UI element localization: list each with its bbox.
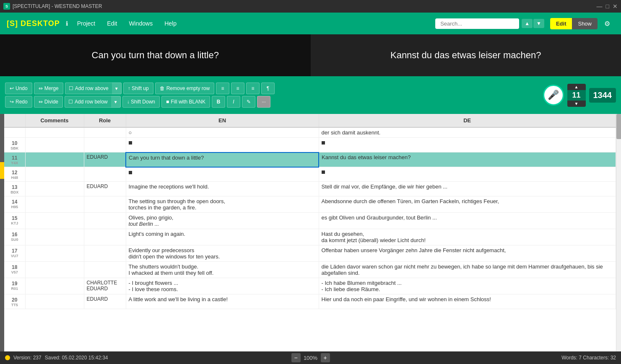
row-num-val: 11 [12,155,17,161]
scrollbar-thumb[interactable] [616,114,621,139]
en-cell[interactable]: Can you turn that down a little? [126,152,319,167]
role-cell [84,262,126,278]
microphone-button[interactable]: 🎤 [543,85,564,106]
comments-cell [25,152,84,167]
table-row: 17VU7Evidently our predecessors didn't o… [4,245,616,262]
table-row: 11Y4XEDUARDCan you turn that down a litt… [4,152,616,167]
en-cell[interactable]: ○ [126,127,319,138]
paragraph-button[interactable]: ¶ [261,83,275,94]
search-input[interactable] [435,18,519,29]
comments-cell [25,229,84,245]
maximize-button[interactable]: □ [606,3,609,10]
col-role-header: Role [84,114,126,127]
role-cell [84,127,126,138]
shift-up-button[interactable]: ↑ Shift up [123,83,153,94]
table-row: 20TT5EDUARDA little work and we'll be li… [4,294,616,309]
en-cell[interactable]: Olives, pino grigio,tout Berlin ... [126,213,319,229]
remove-empty-row-button[interactable]: 🗑 Remove empty row [155,83,214,94]
undo-button[interactable]: ↩ Undo [5,83,32,94]
col-num-header [4,114,25,127]
left-gutter [0,114,4,351]
add-row-above-button[interactable]: ☐ Add row above [65,83,112,94]
en-cell[interactable]: The setting sun through the open doors, … [126,196,319,213]
row-code: BDX [7,190,23,194]
counter-down-button[interactable]: ▼ [567,101,586,107]
nav-help[interactable]: Help [159,18,182,29]
edit-button[interactable]: Edit [550,18,572,29]
add-row-below-dropdown[interactable]: ▼ [111,96,121,108]
en-cell[interactable]: Imagine the receptions we'll hold. [126,182,319,196]
de-cell: die Läden davor waren schon gar nicht me… [319,262,616,278]
en-cell[interactable]: - I brought flowers ... - I love these r… [126,278,319,294]
en-cell[interactable]: The shutters wouldn't budge. I whacked a… [126,262,319,278]
title-controls: — □ ✕ [597,3,618,10]
settings-button[interactable]: ⚙ [600,17,614,30]
align-center-button[interactable]: ≡ [231,83,244,94]
divide-button[interactable]: ⇔ Divide [34,96,63,108]
nav-project[interactable]: Project [72,18,101,29]
role-cell [84,229,126,245]
nav-windows[interactable]: Windows [124,18,158,29]
col-de-header: DE [319,114,616,127]
comments-cell [25,213,84,229]
edit-text-button[interactable]: ✎ [242,96,255,108]
comments-cell [25,245,84,262]
color-button[interactable]: ··· [257,96,270,108]
row-num-val: 13 [12,184,17,190]
de-cell: Stell dir mal vor, die Empfänge, die wir… [319,182,616,196]
italic-button[interactable]: I [227,96,240,108]
en-cell[interactable]: Light's coming in again. [126,229,319,245]
comments-cell [25,294,84,309]
add-row-above-split: ☐ Add row above ▼ [65,83,122,94]
info-button[interactable]: ℹ [63,19,70,28]
row-number: 19R01 [4,278,25,294]
table-row: 14H95The setting sun through the open do… [4,196,616,213]
redo-button[interactable]: ↪ Redo [5,96,32,108]
nav-edit[interactable]: Edit [102,18,122,29]
en-cell[interactable] [126,138,319,152]
en-cell[interactable]: Evidently our predecessors didn't open t… [126,245,319,262]
search-next-button[interactable]: ▼ [533,19,544,28]
add-row-below-button[interactable]: ☐ Add row below [65,96,111,108]
de-cell: der sich damit auskennt. [319,127,616,138]
square-icon [129,141,132,145]
en-cell[interactable] [126,167,319,182]
show-button[interactable]: Show [572,18,598,29]
table-wrapper[interactable]: Comments Role EN DE ○der sich damit ausk… [4,114,616,351]
de-cell: - Ich habe Blumen mitgebracht ... - Ich … [319,278,616,294]
row-code: SU0 [7,238,23,242]
search-area: ▲ ▼ Edit Show ⚙ [435,17,614,30]
search-prev-button[interactable]: ▲ [522,19,533,28]
add-row-above-dropdown[interactable]: ▼ [112,83,122,94]
toolbar-row-2: ↪ Redo ⇔ Divide ☐ Add row below ▼ ↓ Shif… [5,96,275,108]
preview-de: Kannst du das etwas leiser machen? [311,34,621,76]
align-right-button[interactable]: ≡ [246,83,260,94]
table-row: 18V57The shutters wouldn't budge. I whac… [4,262,616,278]
merge-button[interactable]: ⇔ Merge [34,83,63,94]
table-area: Comments Role EN DE ○der sich damit ausk… [0,114,621,351]
zoom-out-button[interactable]: − [291,353,301,362]
scrollbar[interactable] [616,114,621,351]
align-left-button[interactable]: ≡ [216,83,229,94]
de-cell [319,167,616,182]
zoom-in-button[interactable]: + [321,353,330,362]
table-row: 16SU0Light's coming in again.Hast du ges… [4,229,616,245]
square-icon [129,171,132,174]
fill-with-blank-button[interactable]: ■ Fill with BLANK [161,96,210,108]
en-cell[interactable]: A little work and we'll be living in a c… [126,294,319,309]
minimize-button[interactable]: — [597,3,603,10]
row-num-val: 18 [12,264,17,270]
comments-cell [25,138,84,152]
comments-cell [25,262,84,278]
row-num-val: 15 [12,215,17,221]
counter-up-button[interactable]: ▲ [567,84,586,90]
preview-en-text: Can you turn that down a little? [92,50,219,61]
bold-button[interactable]: B [212,96,225,108]
row-num-val: 19 [12,281,17,287]
en-text: Olives, pino grigio, [129,214,174,221]
close-button[interactable]: ✕ [613,3,618,10]
shift-down-button[interactable]: ↓ Shift Down [122,96,160,108]
row-number: 20TT5 [4,294,25,309]
de-cell: Hier und da noch ein paar Eingriffe, und… [319,294,616,309]
row-code: H48 [7,176,23,180]
